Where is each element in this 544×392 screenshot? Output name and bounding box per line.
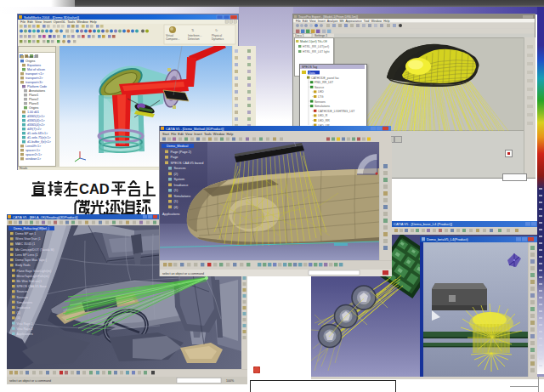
svg-text:Demo BP opt 1: Demo BP opt 1	[15, 232, 36, 236]
svg-text:Model-1(wrf) Tilt+Off: Model-1(wrf) Tilt+Off	[300, 40, 327, 43]
svg-text:Applications: Applications	[162, 213, 180, 216]
svg-text:d1-buffer_f(e)<1>: d1-buffer_f(e)<1>	[27, 140, 51, 144]
svg-text:Visu Rays 1: Visu Rays 1	[17, 322, 33, 326]
svg-text:spacer2<1>: spacer2<1>	[26, 153, 42, 156]
svg-text:Sensors: Sensors	[17, 296, 28, 299]
svg-text:Data: Data	[309, 71, 314, 75]
svg-text:(4): (4)	[17, 316, 20, 320]
svg-text:d3365(1)<1>: d3365(1)<1>	[27, 115, 45, 118]
svg-text:LED_RR: LED_RR	[318, 119, 330, 122]
svg-text:LTG: LTG	[318, 95, 324, 99]
svg-text:File Edit View Insert Open: File Edit View Insert OpenGL Tools Windo…	[20, 20, 97, 24]
svg-text:SPEOS CAA V5 based: SPEOS CAA V5 based	[171, 162, 204, 165]
svg-text:transport <1>: transport <1>	[26, 72, 43, 76]
svg-text:Origins: Origins	[29, 106, 39, 110]
svg-text:(1): (1)	[17, 311, 20, 315]
svg-text:select an object or a command: select an object or a command	[162, 272, 204, 276]
svg-text:Dynamics: Dynamics	[212, 37, 224, 41]
svg-text:Plane2: Plane2	[29, 98, 38, 101]
svg-text:Detection: Detection	[188, 37, 200, 41]
svg-text:MAIC 35/45 (1: MAIC 35/45 (1	[15, 242, 35, 246]
svg-text:Visu Rays 2: Visu Rays 2	[17, 327, 33, 331]
svg-text:Start File Edit View Inser: Start File Edit View Insert Tools Window…	[162, 133, 233, 136]
svg-text:Applications: Applications	[17, 332, 34, 336]
svg-text:LED_R: LED_R	[318, 114, 328, 117]
svg-text:SolidWorks 2004 - [Demo 3D(val: SolidWorks 2004 - [Demo 3D(valve)]	[24, 15, 79, 20]
svg-text:Plane3: Plane3	[29, 102, 38, 105]
svg-text:Demo_Medical: Demo_Medical	[167, 145, 188, 148]
svg-text:d49(7)<2>: d49(7)<2>	[27, 128, 42, 131]
svg-text:System: System	[174, 178, 185, 181]
svg-text:Sources: Sources	[174, 167, 186, 170]
svg-text:Sources: Sources	[17, 290, 28, 293]
svg-text:CATIA V5 - [BELA_OK(Reading)(3: CATIA V5 - [BELA_OK(Reading)(3DProduct)]	[13, 216, 77, 219]
svg-text:transport<3>: transport<3>	[26, 81, 42, 84]
svg-text:d3365(4)<2>: d3365(4)<2>	[27, 123, 45, 127]
svg-text:1.00 d01: 1.00 d01	[27, 111, 39, 114]
svg-text:spacer<1>: spacer<1>	[26, 149, 40, 152]
svg-text:transport<2>: transport<2>	[26, 77, 42, 80]
svg-text:CATHODE_LIGHTING_L6T: CATHODE_LIGHTING_L6T	[318, 110, 355, 113]
svg-text:Body Rods: Body Rods	[15, 264, 31, 267]
svg-text:(1): (1)	[174, 189, 178, 192]
svg-text:(2): (2)	[174, 173, 178, 176]
svg-text:TracePro Expert - [Model-1(Pri: TracePro Expert - [Model-1(Prism DR6.5m)…	[298, 15, 358, 19]
svg-text:Compone...: Compone...	[166, 37, 180, 41]
svg-text:Demo Tape Max Tape (: Demo Tape Max Tape (	[15, 258, 48, 262]
svg-text:(4): (4)	[174, 206, 178, 209]
svg-text:HTRL_RR_L6T(wrf): HTRL_RR_L6T(wrf)	[303, 45, 329, 48]
svg-text:HTRL_RR_L6T light: HTRL_RR_L6T light	[303, 50, 329, 54]
svg-text:SPEOS CAA V5 Base: SPEOS CAA V5 Base	[17, 285, 47, 288]
svg-text:Demo_betaV5_L4(Product): Demo_betaV5_L4(Product)	[427, 237, 468, 241]
svg-text:Simulations: Simulations	[174, 195, 191, 198]
svg-text:↻: ↻	[215, 28, 218, 32]
svg-text:Page (Page 2): Page (Page 2)	[171, 151, 192, 154]
svg-text:Platform Code: Platform Code	[27, 85, 47, 88]
svg-text:Simulations: Simulations	[17, 301, 33, 304]
svg-text:d1-sele-f45<1>: d1-sele-f45<1>	[27, 132, 48, 135]
svg-text:CATIA V5 - [Demo_base_L4 (Prod: CATIA V5 - [Demo_base_L4 (Product)]	[394, 222, 452, 226]
svg-text:SPEOS Tag: SPEOS Tag	[302, 65, 317, 69]
svg-text:Plane1: Plane1	[26, 55, 35, 59]
svg-text:(1): (1)	[174, 200, 178, 203]
svg-text:Origins: Origins	[26, 60, 36, 63]
svg-text:Lens BP Lens (1: Lens BP Lens (1	[15, 253, 38, 257]
svg-text:d3365(4)<1>: d3365(4)<1>	[27, 119, 45, 122]
svg-text:MirrorTapeLightFalls(m): MirrorTapeLightFalls(m)	[17, 275, 49, 278]
svg-text:Lens09<1>: Lens09<1>	[26, 145, 41, 148]
svg-text:File Edit View Insert Anal: File Edit View Insert Analyze Mft Appear…	[296, 20, 390, 23]
svg-text:CATIA V5 - [Demo_Method (3DPro: CATIA V5 - [Demo_Method (3DProduct)]	[166, 128, 224, 131]
svg-text:Mat of silicon: Mat of silicon	[27, 68, 45, 71]
svg-text:Plane1: Plane1	[29, 94, 38, 97]
svg-text:Demo_RefractingOff(bel..): Demo_RefractingOff(bel..)	[14, 227, 49, 230]
svg-text:FND_RR_L6T: FND_RR_L6T	[314, 81, 334, 84]
svg-text:Equations: Equations	[27, 64, 41, 67]
svg-text:d1-sele-75(e)<1>: d1-sele-75(e)<1>	[27, 136, 51, 139]
svg-text:select an object or a command: select an object or a command	[9, 379, 51, 383]
svg-text:Mir Concept/DOT (Tavola M): Mir Concept/DOT (Tavola M)	[15, 248, 54, 252]
svg-text:Page: Page	[171, 156, 178, 159]
svg-text:CAD: CAD	[79, 181, 110, 196]
svg-text:Plane Rays VisorLight(m): Plane Rays VisorLight(m)	[17, 270, 52, 273]
svg-text:Irradiance: Irradiance	[174, 184, 189, 187]
svg-text:LED: LED	[318, 90, 324, 94]
svg-text:Mir Wire StdLine(1: Mir Wire StdLine(1	[17, 280, 42, 283]
svg-text:Sensors: Sensors	[314, 100, 326, 104]
svg-text:Irradiance: Irradiance	[17, 306, 31, 310]
svg-text:Source: Source	[314, 86, 324, 89]
svg-text:Heads: Heads	[20, 167, 28, 170]
svg-text:100%: 100%	[226, 379, 235, 383]
svg-text:Annotations: Annotations	[29, 89, 45, 93]
svg-text:Wires VisorTrue (1: Wires VisorTrue (1	[15, 237, 41, 241]
svg-text:Simulations: Simulations	[314, 105, 330, 108]
svg-text:CATHODE_panel fac: CATHODE_panel fac	[311, 77, 339, 80]
svg-text:window<1>: window<1>	[26, 157, 41, 161]
